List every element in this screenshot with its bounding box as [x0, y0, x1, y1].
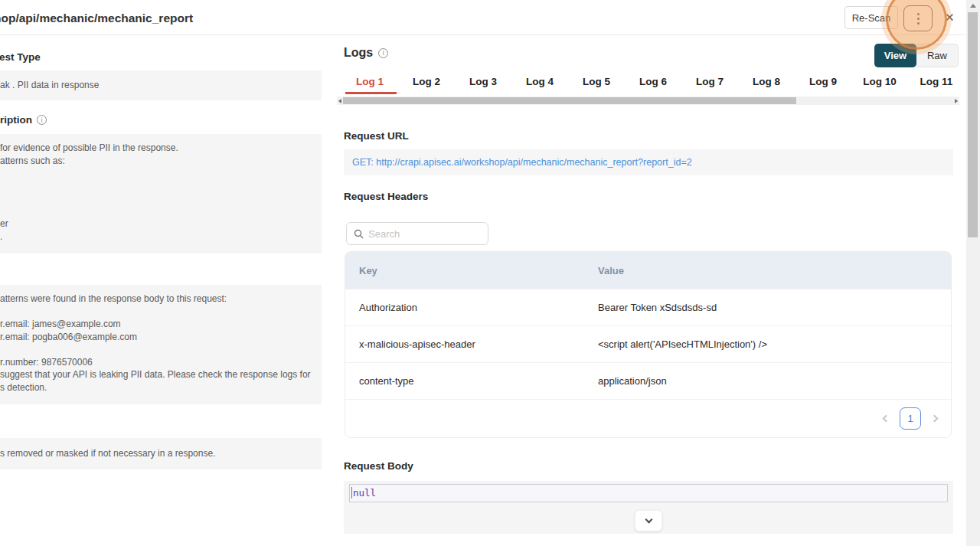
recommendation-line: s removed or masked if not necessary in …: [0, 447, 215, 460]
scroll-up-icon[interactable]: [970, 4, 976, 8]
description-line: atterns such as:: [0, 155, 322, 168]
info-icon: i: [37, 115, 47, 125]
tab-log-6[interactable]: Log 6: [625, 75, 681, 94]
findings-line: r.number: 9876570006: [0, 356, 322, 369]
expand-body-button[interactable]: [635, 510, 662, 531]
request-headers-table: Key Value Authorization Bearer Token xSd…: [345, 251, 952, 438]
request-body-panel: null: [344, 481, 953, 534]
tab-log-5[interactable]: Log 5: [568, 75, 625, 94]
tabs-scrollbar-thumb[interactable]: [343, 97, 796, 104]
header-value: application/json: [598, 375, 951, 387]
view-raw-toggle: View Raw: [874, 44, 959, 67]
info-icon: i: [378, 48, 388, 58]
kebab-menu-button[interactable]: [903, 5, 933, 31]
scroll-left-icon[interactable]: [338, 99, 341, 103]
search-icon: [354, 229, 364, 239]
header-key: content-type: [345, 375, 598, 387]
table-row: x-malicious-apisec-header <script alert(…: [345, 325, 951, 362]
column-header-key: Key: [345, 265, 598, 276]
rescan-button[interactable]: Re-Scan: [844, 6, 898, 29]
headers-search-box: [346, 222, 488, 245]
scroll-right-icon[interactable]: [955, 99, 958, 103]
kebab-icon: [917, 22, 920, 25]
description-text-box: for evidence of possible PII in the resp…: [0, 134, 322, 253]
description-label-text: ription: [0, 114, 32, 126]
pagination-prev-icon[interactable]: [883, 415, 890, 423]
close-icon[interactable]: ✕: [945, 10, 955, 25]
table-row: content-type application/json: [345, 362, 951, 399]
column-header-value: Value: [598, 265, 951, 276]
description-line: [0, 205, 322, 218]
tab-log-8[interactable]: Log 8: [738, 75, 795, 94]
description-line: [0, 167, 322, 180]
request-body-value: null: [351, 487, 376, 499]
findings-line: r.email: pogba006@example.com: [0, 331, 322, 344]
tab-log-2[interactable]: Log 2: [398, 75, 455, 94]
findings-line: r.email: james@example.com: [0, 318, 322, 331]
test-type-value-text: ak . PII data in response: [0, 79, 99, 92]
page-title: hop/api/mechanic/mechanic_report: [0, 11, 193, 25]
tab-log-1[interactable]: Log 1: [341, 75, 398, 94]
recommendation-text-box: s removed or masked if not necessary in …: [0, 438, 322, 469]
tab-log-4[interactable]: Log 4: [511, 75, 568, 94]
vertical-scrollbar-thumb[interactable]: [968, 12, 978, 237]
view-button[interactable]: View: [874, 44, 916, 67]
tabs-horizontal-scrollbar[interactable]: [337, 96, 959, 105]
search-input[interactable]: [368, 228, 481, 240]
header-value: <script alert('APIsecHTMLInjection') />: [598, 338, 951, 350]
page-vertical-scrollbar[interactable]: [966, 0, 980, 546]
description-line: [0, 180, 322, 193]
kebab-icon: [917, 18, 920, 20]
tab-log-7[interactable]: Log 7: [681, 75, 738, 94]
request-body-label: Request Body: [344, 460, 413, 472]
raw-button[interactable]: Raw: [916, 44, 959, 67]
dialog-header: hop/api/mechanic/mechanic_report Re-Scan…: [0, 0, 966, 35]
test-type-value: ak . PII data in response: [0, 70, 322, 100]
log-tabs: Log 1 Log 2 Log 3 Log 4 Log 5 Log 6 Log …: [341, 75, 965, 94]
tab-log-11[interactable]: Log 11: [908, 75, 965, 94]
request-url-box: GET: http://crapi.apisec.ai/workshop/api…: [344, 149, 953, 175]
logs-title-text: Logs: [344, 46, 373, 60]
request-url-link[interactable]: GET: http://crapi.apisec.ai/workshop/api…: [352, 157, 692, 168]
description-line: er: [0, 217, 322, 230]
description-line: for evidence of possible PII in the resp…: [0, 142, 322, 155]
logs-title: Logs i: [344, 46, 388, 60]
tab-log-3[interactable]: Log 3: [455, 75, 511, 94]
tab-log-9[interactable]: Log 9: [795, 75, 851, 94]
findings-line: [0, 343, 322, 356]
description-line: .: [0, 230, 322, 244]
test-type-label-text: est Type: [0, 51, 41, 63]
table-pagination: 1: [345, 399, 951, 437]
findings-line: suggest that your API is leaking PII dat…: [0, 368, 322, 381]
header-key: Authorization: [345, 302, 598, 313]
tab-log-10[interactable]: Log 10: [851, 75, 908, 94]
request-headers-label: Request Headers: [344, 191, 428, 202]
table-row: Authorization Bearer Token xSdsdsds-sd: [345, 289, 951, 325]
header-value: Bearer Token xSdsdsds-sd: [598, 302, 951, 313]
findings-text-box: atterns were found in the response body …: [0, 285, 322, 404]
test-type-label: est Type: [0, 51, 41, 63]
description-line: [0, 192, 322, 205]
kebab-icon: [917, 13, 920, 15]
table-header-row: Key Value: [345, 252, 951, 289]
pagination-next-icon[interactable]: [931, 415, 939, 423]
header-key: x-malicious-apisec-header: [345, 338, 598, 350]
request-body-code[interactable]: null: [349, 484, 948, 502]
findings-line: [0, 306, 322, 319]
chevron-down-icon: [645, 515, 652, 523]
description-label: ription i: [0, 114, 47, 126]
findings-line: s detection.: [0, 381, 322, 394]
findings-line: atterns were found in the response body …: [0, 293, 322, 306]
pagination-page-1[interactable]: 1: [900, 407, 921, 430]
request-url-label: Request URL: [344, 130, 409, 142]
